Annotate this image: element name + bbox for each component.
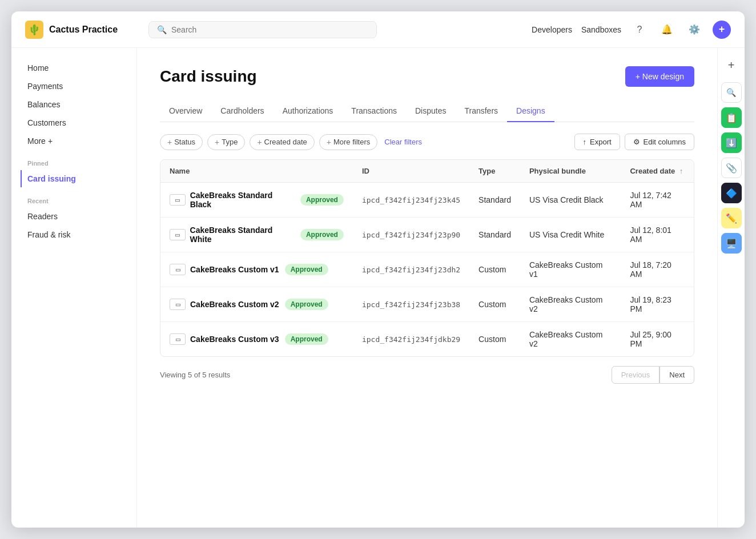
tab-transfers[interactable]: Transfers [455, 100, 507, 122]
cell-created-date: Jul 25, 9:00 PM [621, 322, 694, 357]
cell-physical-bundle: CakeBreaks Custom v1 [520, 252, 621, 287]
plus-icon: + [215, 138, 219, 147]
col-type: Type [469, 160, 520, 183]
right-sidebar: + 🔍 📋 ⬇️ 📎 🔷 ✏️ 🖥️ [717, 48, 745, 528]
filter-type[interactable]: + Type [207, 134, 245, 150]
filter-more[interactable]: + More filters [319, 134, 377, 150]
right-icon-1[interactable]: 🔍 [721, 82, 742, 103]
cell-physical-bundle: CakeBreaks Custom v2 [520, 287, 621, 322]
cell-name: ▭ CakeBreaks Standard Black Approved [160, 183, 353, 218]
sidebar-item-home[interactable]: Home [21, 59, 127, 77]
previous-button[interactable]: Previous [612, 366, 660, 384]
sidebar-item-more[interactable]: More + [21, 132, 127, 150]
status-badge: Approved [300, 194, 344, 206]
sidebar-item-fraud-risk[interactable]: Fraud & risk [21, 226, 127, 243]
sidebar-item-customers[interactable]: Customers [21, 114, 127, 131]
table-row[interactable]: ▭ CakeBreaks Custom v2 Approved ipcd_f34… [160, 287, 694, 322]
status-badge: Approved [285, 299, 328, 310]
export-button[interactable]: ↑ Export [574, 134, 620, 150]
add-button[interactable]: + [713, 21, 731, 39]
logo-icon: 🌵 [25, 21, 43, 39]
plus-icon: + [167, 138, 172, 147]
cell-id: ipcd_f342fij234fj23k45 [353, 183, 469, 218]
sort-arrow: ↑ [679, 167, 683, 175]
cell-name: ▭ CakeBreaks Custom v2 Approved [160, 287, 353, 322]
card-icon: ▭ [170, 264, 186, 275]
logo-area: 🌵 Cactus Practice [25, 21, 139, 39]
tab-disputes[interactable]: Disputes [406, 100, 455, 122]
sidebar-item-payments[interactable]: Payments [21, 78, 127, 95]
main-content: Card issuing + New design Overview Cardh… [137, 48, 717, 528]
right-icon-3[interactable]: ⬇️ [721, 132, 742, 153]
card-icon: ▭ [170, 229, 186, 240]
col-physical-bundle: Physical bundle [520, 160, 621, 183]
cell-type: Custom [469, 252, 520, 287]
col-created-date[interactable]: Created date ↑ [621, 160, 694, 183]
pinned-section-label: Pinned [21, 151, 127, 170]
col-name: Name [160, 160, 353, 183]
right-icon-5[interactable]: 🔷 [721, 183, 742, 203]
cell-type: Custom [469, 322, 520, 357]
cell-created-date: Jul 19, 8:23 PM [621, 287, 694, 322]
filter-status[interactable]: + Status [160, 134, 203, 150]
viewing-text: Viewing 5 of 5 results [160, 371, 230, 379]
topbar-right: Developers Sandboxes ? 🔔 ⚙️ + [532, 21, 731, 39]
sandboxes-link[interactable]: Sandboxes [581, 25, 621, 34]
card-icon: ▭ [170, 333, 186, 345]
filters-row: + Status + Type + Created date + More fi… [160, 134, 694, 150]
filter-created-date[interactable]: + Created date [250, 134, 314, 150]
clear-filters-link[interactable]: Clear filters [384, 138, 422, 146]
tab-cardholders[interactable]: Cardholders [211, 100, 273, 122]
sidebar: Home Payments Balances Customers More + … [11, 48, 137, 528]
cell-id: ipcd_f342fij234fj23p90 [353, 218, 469, 252]
add-right-icon-button[interactable]: + [721, 55, 742, 75]
page-title: Card issuing [160, 67, 257, 86]
table-row[interactable]: ▭ CakeBreaks Standard Black Approved ipc… [160, 183, 694, 218]
right-icon-7[interactable]: 🖥️ [721, 233, 742, 254]
status-badge: Approved [285, 333, 328, 345]
tabs: Overview Cardholders Authorizations Tran… [160, 100, 694, 122]
help-icon-button[interactable]: ? [630, 21, 649, 39]
sidebar-item-readers[interactable]: Readers [21, 208, 127, 225]
settings-icon-button[interactable]: ⚙️ [685, 21, 703, 39]
status-badge: Approved [300, 229, 344, 240]
status-badge: Approved [285, 264, 328, 275]
filters-right: ↑ Export ⚙ Edit columns [574, 134, 695, 150]
new-design-button[interactable]: + New design [625, 66, 694, 87]
app-name: Cactus Practice [49, 25, 118, 35]
right-icon-4[interactable]: 📎 [721, 158, 742, 178]
page-header: Card issuing + New design [160, 66, 694, 87]
search-bar[interactable]: 🔍 [148, 21, 377, 38]
tab-designs[interactable]: Designs [507, 100, 554, 122]
tab-transactions[interactable]: Transactions [342, 100, 406, 122]
cell-id: ipcd_f342fij234fjdkb29 [353, 322, 469, 357]
table-row[interactable]: ▭ CakeBreaks Custom v1 Approved ipcd_f34… [160, 252, 694, 287]
table-row[interactable]: ▭ CakeBreaks Custom v3 Approved ipcd_f34… [160, 322, 694, 357]
cell-name: ▭ CakeBreaks Standard White Approved [160, 218, 353, 252]
developers-link[interactable]: Developers [532, 25, 572, 34]
sidebar-item-balances[interactable]: Balances [21, 96, 127, 113]
cell-type: Custom [469, 287, 520, 322]
next-button[interactable]: Next [660, 366, 694, 384]
notifications-icon-button[interactable]: 🔔 [658, 21, 676, 39]
recent-section-label: Recent [21, 188, 127, 208]
sidebar-nav: Home Payments Balances Customers More + … [11, 59, 136, 243]
cell-id: ipcd_f342fij234fj23b38 [353, 287, 469, 322]
table-header-row: Name ID Type Physical bundle Created dat… [160, 160, 694, 183]
cell-physical-bundle: US Visa Credit Black [520, 183, 621, 218]
tab-overview[interactable]: Overview [160, 100, 211, 122]
tab-authorizations[interactable]: Authorizations [274, 100, 343, 122]
topbar: 🌵 Cactus Practice 🔍 Developers Sandboxes… [11, 11, 745, 48]
cell-type: Standard [469, 183, 520, 218]
edit-columns-button[interactable]: ⚙ Edit columns [625, 134, 694, 150]
cell-created-date: Jul 12, 7:42 AM [621, 183, 694, 218]
search-input[interactable] [171, 25, 368, 34]
right-icon-2[interactable]: 📋 [721, 107, 742, 128]
sidebar-item-card-issuing[interactable]: Card issuing [21, 170, 127, 187]
right-icon-6[interactable]: ✏️ [721, 208, 742, 228]
cell-name: ▭ CakeBreaks Custom v3 Approved [160, 322, 353, 357]
cell-physical-bundle: CakeBreaks Custom v2 [520, 322, 621, 357]
table-row[interactable]: ▭ CakeBreaks Standard White Approved ipc… [160, 218, 694, 252]
export-icon: ↑ [583, 138, 587, 146]
plus-icon: + [327, 138, 331, 147]
